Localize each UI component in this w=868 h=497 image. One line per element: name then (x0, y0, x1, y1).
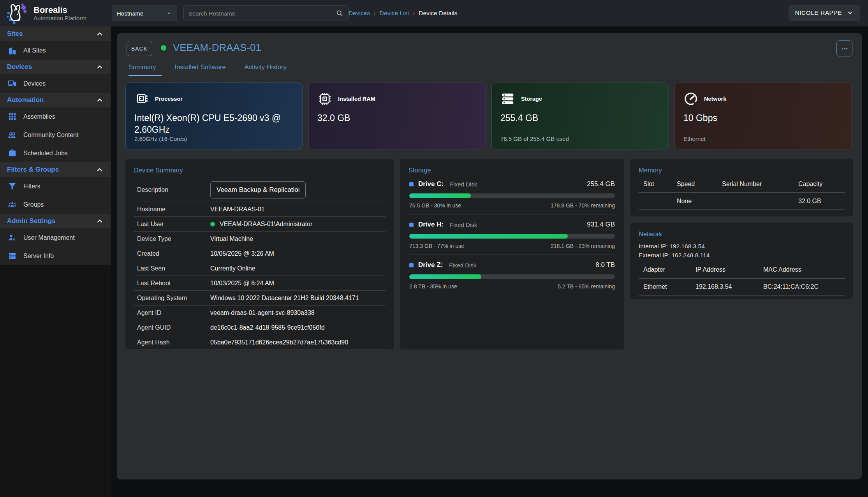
stat-card-network: Network10 GbpsEthernet (674, 83, 852, 149)
sidebar-section-devices[interactable]: Devices (0, 60, 111, 74)
summary-row-label: Last Reboot (137, 280, 210, 287)
summary-row-device-type: Device TypeVirtual Machine (134, 232, 386, 246)
sidebar-section-automation[interactable]: Automation (0, 93, 111, 107)
memory-table-header: SlotSpeedSerial NumberCapacity (639, 176, 845, 193)
summary-row-created: Created10/05/2025 @ 3:26 AM (134, 246, 386, 261)
drive-remaining-text: 178.8 GB - 70% remaining (551, 202, 615, 209)
tab-activity-history[interactable]: Activity History (245, 63, 292, 76)
drive-used-text: 76.5 GB - 30% in use (409, 202, 461, 209)
summary-row-label: Device Type (137, 235, 210, 242)
device-details-panel: BACK VEEAM-DRAAS-01 SummaryInstalled Sof… (117, 33, 862, 479)
network-cell: BC:24:11:CA:C6:2C (763, 283, 845, 290)
groups-icon (8, 200, 17, 209)
sidebar-item-user-management[interactable]: User Management (0, 228, 111, 247)
breadcrumb-separator: › (374, 10, 376, 16)
memory-cell: None (677, 198, 722, 205)
user-menu-button[interactable]: NICOLE RAPPE (789, 5, 860, 21)
sidebar-nav: SitesAll SitesDevicesDevicesAutomationAs… (0, 26, 111, 497)
drive-type: Fixed Disk (450, 221, 477, 228)
description-input[interactable] (210, 181, 306, 198)
drive-type: Fixed Disk (450, 181, 477, 188)
summary-row-description: Description (134, 178, 386, 202)
sidebar-item-groups[interactable]: Groups (0, 195, 111, 214)
sidebar-item-scheduled-jobs[interactable]: Scheduled Jobs (0, 144, 111, 162)
breadcrumb-separator: › (413, 10, 415, 16)
stat-card-value: Intel(R) Xeon(R) CPU E5-2690 v3 @ 2.60GH… (134, 112, 282, 136)
summary-value-text: 05ba0e7935171d626ecea29b27d7ae175363cd90 (210, 339, 348, 346)
sidebar-section-title: Admin Settings (7, 217, 96, 225)
sidebar-item-server-info[interactable]: Server Info (0, 247, 111, 265)
search-field-dropdown-value: Hostname (117, 10, 166, 17)
sidebar-section-title: Devices (7, 63, 96, 71)
sidebar-section-sites[interactable]: Sites (0, 26, 111, 41)
chevron-up-icon (96, 217, 104, 225)
search-icon[interactable] (336, 9, 343, 17)
drive-remaining-text: 5.2 TB - 65% remaining (558, 283, 615, 290)
summary-row-last-user: Last UserVEEAM-DRAAS-01\Administrator (134, 217, 386, 232)
network-header-cell: MAC Address (763, 266, 845, 273)
device-summary-panel: Device Summary DescriptionHostnameVEEAM-… (125, 159, 394, 349)
summary-value-text: veeam-draas-01-agent-svc-8930a338 (210, 309, 315, 316)
summary-row-value: de16c0c1-8aa2-4d18-9585-9ce91cf056fd (210, 324, 325, 331)
chevron-up-icon (96, 96, 104, 104)
stat-card-footer: 2.60GHz (16-Cores) (134, 135, 187, 142)
sidebar-item-label: Devices (23, 80, 46, 87)
drive-usage-fill (409, 193, 471, 198)
external-ip: External IP: 162.248.8.114 (639, 251, 845, 260)
more-options-button[interactable] (836, 40, 852, 56)
brand-tagline: Automation Platform (33, 15, 86, 21)
breadcrumb-item[interactable]: Device List (380, 10, 409, 17)
summary-value-text: Windows 10 2022 Datacenter 21H2 Build 20… (210, 295, 359, 302)
drive-size: 8.0 TB (595, 261, 615, 269)
drive-size: 931.4 GB (587, 221, 615, 228)
summary-row-label: Agent ID (137, 309, 210, 316)
network-header-cell: IP Address (695, 266, 763, 273)
tab-summary[interactable]: Summary (129, 63, 162, 76)
search-box (183, 5, 349, 21)
cpu-icon (134, 91, 149, 106)
sidebar-item-label: User Management (23, 234, 75, 241)
breadcrumb-item: Device Details (419, 10, 457, 17)
sidebar-item-filters[interactable]: Filters (0, 177, 111, 195)
memory-title: Memory (639, 167, 845, 174)
tab-installed-software[interactable]: Installed Software (175, 63, 231, 76)
sidebar-item-devices[interactable]: Devices (0, 74, 111, 93)
stat-card-storage: Storage255.4 GB76.5 GB of 255.4 GB used (491, 83, 669, 149)
stat-cards: ProcessorIntel(R) Xeon(R) CPU E5-2690 v3… (125, 83, 852, 149)
network-icon (683, 91, 698, 106)
online-status-dot (210, 222, 215, 227)
stat-card-value: 255.4 GB (500, 112, 648, 124)
stat-card-footer: Ethernet (683, 135, 706, 142)
summary-row-value: Windows 10 2022 Datacenter 21H2 Build 20… (210, 295, 359, 302)
summary-value-text: 10/05/2025 @ 3:26 AM (210, 250, 274, 257)
drive-row-drive-h-: Drive H:Fixed Disk931.4 GB713.3 GB - 77%… (408, 214, 616, 255)
back-button[interactable]: BACK (127, 41, 152, 56)
sidebar-item-community-content[interactable]: Community Content (0, 126, 111, 144)
search-input[interactable] (188, 10, 336, 17)
summary-row-value (210, 181, 306, 198)
summary-value-text: VEEAM-DRAAS-01 (210, 206, 265, 213)
summary-row-value: VEEAM-DRAAS-01\Administrator (210, 221, 312, 228)
drive-name: Drive H: (418, 221, 444, 228)
summary-value-text: VEEAM-DRAAS-01\Administrator (220, 221, 312, 228)
briefcase-icon (8, 149, 17, 158)
sidebar-item-assemblies[interactable]: Assemblies (0, 107, 111, 126)
memory-header-cell: Serial Number (722, 181, 798, 188)
devices-icon (8, 79, 17, 88)
sidebar-section-admin-settings[interactable]: Admin Settings (0, 214, 111, 228)
breadcrumb-item[interactable]: Devices (349, 10, 370, 17)
summary-value-text: de16c0c1-8aa2-4d18-9585-9ce91cf056fd (210, 324, 325, 331)
storage-title: Storage (408, 167, 616, 174)
top-bar: Borealis Automation Platform Hostname De… (0, 0, 868, 26)
drive-used-text: 2.8 TB - 35% in use (409, 283, 457, 290)
memory-cell: 32.0 GB (798, 198, 845, 205)
drive-usage-bar (409, 274, 615, 279)
sidebar-section-filters-groups[interactable]: Filters & Groups (0, 162, 111, 177)
drive-bullet-icon (409, 182, 414, 186)
search-field-dropdown[interactable]: Hostname (112, 5, 177, 21)
drive-bullet-icon (409, 263, 414, 267)
sidebar-item-all-sites[interactable]: All Sites (0, 41, 111, 60)
summary-row-label: Last Seen (137, 265, 210, 272)
drive-usage-bar (409, 193, 615, 198)
brand-name: Borealis (33, 5, 86, 15)
